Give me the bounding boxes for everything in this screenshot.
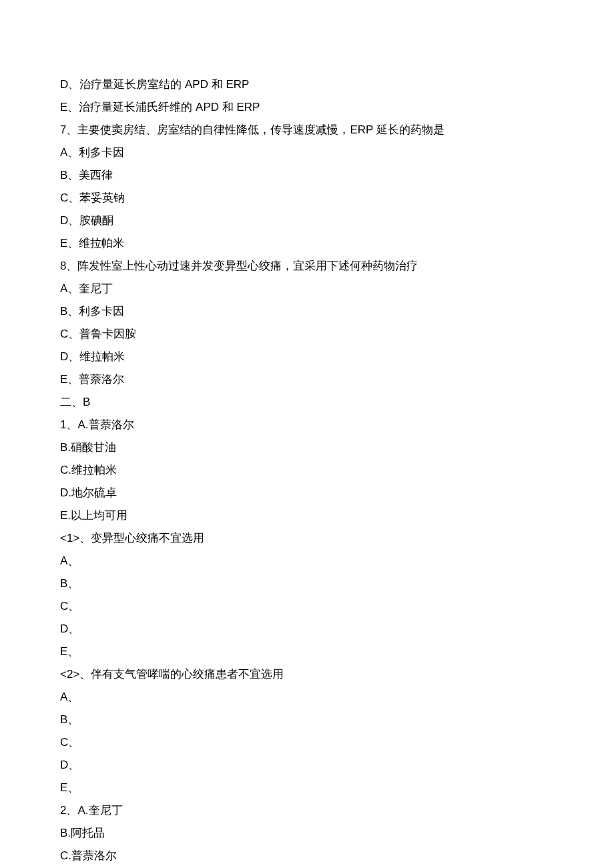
text-line: E、 [60, 777, 554, 799]
text-line: D、胺碘酮 [60, 209, 554, 232]
text-line: A、 [60, 686, 554, 709]
text-line: B.硝酸甘油 [60, 436, 554, 459]
text-line: B、美西律 [60, 164, 554, 187]
text-line: C、 [60, 731, 554, 754]
text-line: B.阿托品 [60, 822, 554, 845]
text-line: 7、主要使窦房结、房室结的自律性降低，传导速度减慢，ERP 延长的药物是 [60, 119, 554, 141]
text-line: D、治疗量延长房室结的 APD 和 ERP [60, 73, 554, 96]
text-line: B、 [60, 709, 554, 731]
text-line: A、 [60, 550, 554, 572]
text-line: B、 [60, 572, 554, 595]
text-line: D.地尔硫卓 [60, 482, 554, 504]
text-line: <2>、伴有支气管哮喘的心绞痛患者不宜选用 [60, 663, 554, 686]
text-line: <1>、变异型心绞痛不宜选用 [60, 527, 554, 550]
text-line: 8、阵发性室上性心动过速并发变异型心绞痛，宜采用下述何种药物治疗 [60, 255, 554, 278]
text-line: B、利多卡因 [60, 300, 554, 323]
text-line: D、 [60, 618, 554, 640]
text-line: A、奎尼丁 [60, 278, 554, 300]
text-line: C、普鲁卡因胺 [60, 323, 554, 346]
text-line: E、 [60, 640, 554, 663]
text-line: E、治疗量延长浦氏纤维的 APD 和 ERP [60, 96, 554, 119]
text-line: D、维拉帕米 [60, 346, 554, 368]
text-line: 2、A.奎尼丁 [60, 799, 554, 822]
text-line: C、苯妥英钠 [60, 187, 554, 209]
document-page: D、治疗量延长房室结的 APD 和 ERP E、治疗量延长浦氏纤维的 APD 和… [0, 0, 614, 868]
text-line: E.以上均可用 [60, 504, 554, 527]
text-line: C、 [60, 595, 554, 618]
text-line: E、普萘洛尔 [60, 368, 554, 391]
text-line: C.普萘洛尔 [60, 845, 554, 867]
text-line: 二、B [60, 391, 554, 414]
text-line: C.维拉帕米 [60, 459, 554, 482]
text-line: E、维拉帕米 [60, 232, 554, 255]
text-line: 1、A.普萘洛尔 [60, 414, 554, 436]
text-line: D、 [60, 754, 554, 777]
text-line: A、利多卡因 [60, 141, 554, 164]
